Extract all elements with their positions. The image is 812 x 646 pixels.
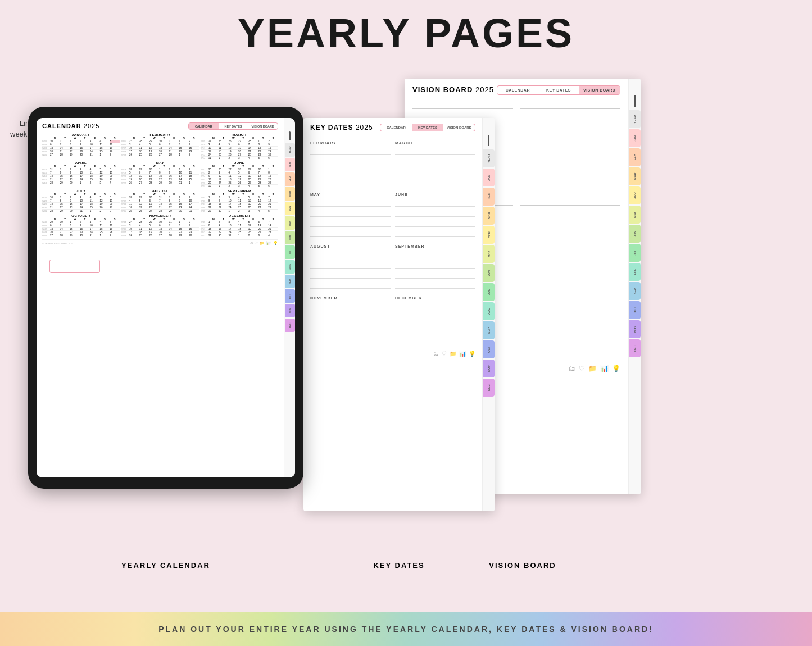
kd-month-may: MAY [310,191,391,238]
month-january: JANUARY MTWTFSS W01303112345 W0267891011… [42,133,120,160]
vb-section-4 [520,205,620,295]
month-april: APRIL MTWTFSS W1431123456 W1578910111213… [42,161,120,188]
tab-keydates[interactable]: KEY DATES [219,123,248,129]
tablet-tab-feb[interactable]: FEB [285,172,295,186]
tablet-icons-row: 🗂 ♡ 📁 📊 💡 [249,241,278,245]
main-area: Links to weekly pages Links todaily page… [0,62,812,612]
vb-section-6 [520,302,620,358]
tablet-tab-mar[interactable]: MAR [285,187,295,201]
vb-tab-vision[interactable]: VISION BOARD [579,86,620,94]
tablet-tab-may[interactable]: MAY [285,216,295,230]
kd-tab-may[interactable]: MAY [483,245,495,263]
icon-folder: 📁 [260,241,265,245]
kd-title: KEY DATES 2025 [310,124,373,131]
vb-tab-may[interactable]: MAY [629,206,641,224]
kd-icon-5: 💡 [469,351,475,357]
icon-heart: ♡ [255,241,258,245]
vb-tab-dec[interactable]: DEC [629,339,641,357]
kd-month-aug: AUGUST [310,243,391,290]
vb-icon-5: 💡 [612,365,620,372]
kd-tab-calendar[interactable]: CALENDAR [380,124,412,131]
vb-icon-2: ♡ [579,365,585,372]
kd-tab-feb[interactable]: FEB [483,188,495,206]
kd-icon-1: 🗂 [433,351,439,357]
footer-label-calendar: YEARLY CALENDAR [28,560,303,570]
vb-tab-apr[interactable]: APR [629,186,641,204]
vb-tab-sep[interactable]: SEP [629,282,641,300]
vb-tab-mar[interactable]: MAR [629,167,641,185]
month-june: JUNE MTWTFSS W222526272829301 W232345678… [201,161,278,188]
tablet-sidebar-handle [289,131,291,140]
kd-tab-sep[interactable]: SEP [483,321,495,339]
month-march: MARCH MTWTFSS W09242526272812 W103456789… [201,133,278,160]
kd-months-grid: FEBRUARY MARCH MAY JUNE AUGUST [310,139,475,342]
kd-icon-4: 📊 [459,351,466,357]
month-may: MAY MTWTFSS W182829301234 W19567891011 W… [121,161,199,188]
key-dates-page: KEY DATES 2025 CALENDAR KEY DATES VISION… [303,118,495,511]
tablet-tab-oct[interactable]: OCT [285,289,295,303]
kd-sidebar: YEAR JAN FEB MAR APR MAY JUN JUL AUG SEP… [482,118,495,511]
kd-tab-dec[interactable]: DEC [483,379,495,397]
vb-icon-3: 📁 [588,365,597,372]
tablet-calendar-title: CALENDAR 2025 [42,122,99,129]
vb-tab-jun[interactable]: JUN [629,225,641,243]
kd-tab-jul[interactable]: JUL [483,283,495,301]
vb-section-2 [520,108,620,198]
tablet-tab-sep[interactable]: SEP [285,275,295,288]
tablet-tab-apr[interactable]: APR [285,202,295,215]
vb-tab-aug[interactable]: AUG [629,263,641,281]
kd-tab-vision[interactable]: VISION BOARD [443,124,475,131]
icon-bulb: 💡 [273,241,278,245]
vb-tab-jan[interactable]: JAN [629,129,641,147]
kd-tab-jan[interactable]: JAN [483,169,495,186]
tablet-content: CALENDAR 2025 CALENDAR KEY DATES VISION … [37,118,284,477]
tablet-tab-dec[interactable]: DEC [285,319,295,332]
bottom-banner: PLAN OUT YOUR ENTIRE YEAR USING THE YEAR… [0,612,812,646]
kd-tab-year[interactable]: YEAR [483,149,495,167]
kd-sidebar-handle [488,135,489,146]
tab-vision[interactable]: VISION BOARD [248,123,278,129]
vb-tab-year[interactable]: YEAR [629,110,641,128]
vb-tab-oct[interactable]: OCT [629,301,641,319]
vb-tab-keydates[interactable]: KEY DATES [538,86,579,94]
kd-tab-apr[interactable]: APR [483,226,495,244]
icon-chart: 📊 [266,241,271,245]
tablet-brand: SORTED AND SIMPLE © [42,242,73,245]
kd-tab-jun[interactable]: JUN [483,264,495,282]
vb-tab-nov[interactable]: NOV [629,320,641,338]
kd-month-jun: JUNE [395,191,475,238]
tablet-tab-nov[interactable]: NOV [285,304,295,317]
tablet-device: CALENDAR 2025 CALENDAR KEY DATES VISION … [28,107,303,489]
tablet-tab-year[interactable]: YEAR [285,143,295,157]
month-december: DECEMBER MTWTFSS W491234567 W50891011121… [201,214,278,237]
tablet-tab-jul[interactable]: JUL [285,245,295,259]
kd-tab-oct[interactable]: OCT [483,340,495,358]
month-september: SEPTEMBER MTWTFSS W351234567 W3689101112… [201,189,278,212]
vb-sidebar: YEAR JAN FEB MAR APR MAY JUN JUL AUG SEP… [628,79,641,494]
kd-icon-2: ♡ [442,351,447,357]
tablet-tab-jan[interactable]: JAN [285,158,295,171]
vb-icon-4: 📊 [600,365,609,372]
vb-tab-jul[interactable]: JUL [629,244,641,262]
month-october: OCTOBER MTWTFSS W40293012345 W4167891011… [42,214,120,237]
vb-tab-feb[interactable]: FEB [629,148,641,166]
tab-calendar-active[interactable]: CALENDAR [189,123,219,129]
footer-label-visionboard: VISION BOARD [405,560,641,570]
kd-tab-mar[interactable]: MAR [483,207,495,225]
vb-sidebar-handle [634,95,636,107]
tablet-screen: CALENDAR 2025 CALENDAR KEY DATES VISION … [37,118,295,477]
month-february: FEBRUARY MTWTFSS W05272829303112 W063456… [121,133,199,160]
tablet-tab-jun[interactable]: JUN [285,231,295,244]
kd-tab-aug[interactable]: AUG [483,302,495,320]
vb-tab-calendar[interactable]: CALENDAR [497,86,538,94]
kd-icon-3: 📁 [450,351,456,357]
tablet-sidebar: YEAR JAN FEB MAR APR MAY JUN JUL AUG SEP… [284,118,295,477]
tablet-tab-aug[interactable]: AUG [285,260,295,274]
month-november: NOVEMBER MTWTFSS W44272829303112 W453456… [121,214,199,237]
bottom-banner-text: PLAN OUT YOUR ENTIRE YEAR USING THE YEAR… [158,625,654,634]
vb-title: VISION BOARD 2025 [412,85,494,94]
kd-icons-row: 🗂 ♡ 📁 📊 💡 [310,351,475,357]
kd-tab-keydates[interactable]: KEY DATES [412,124,443,131]
kd-tab-nov[interactable]: NOV [483,360,495,377]
kd-content: KEY DATES 2025 CALENDAR KEY DATES VISION… [303,118,482,511]
